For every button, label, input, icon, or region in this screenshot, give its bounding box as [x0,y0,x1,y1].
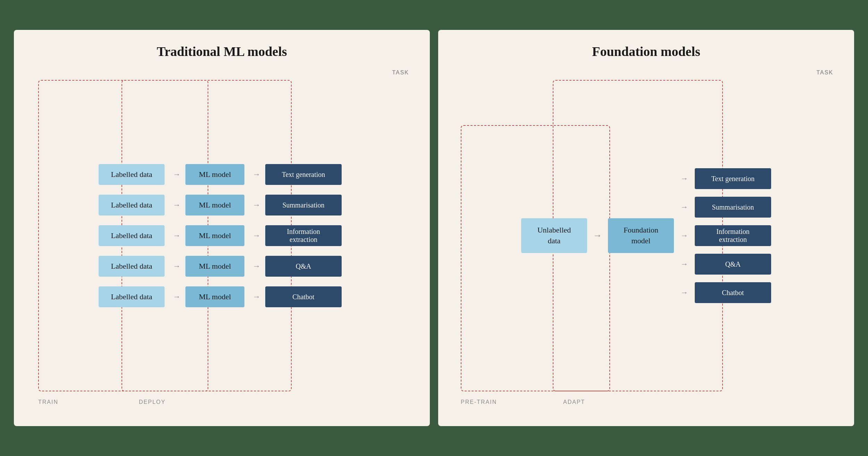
rtask-box-3: Information extraction [695,225,771,246]
arrow-data-model: → [593,230,602,241]
task-box-3: Information extraction [265,225,342,246]
arrow-5: → [168,286,185,307]
deploy-label: DEPLOY [139,399,166,405]
right-diagram-content: TASK Unlabelled data → Foundation mo [456,80,837,409]
adapt-label: ADAPT [563,399,585,405]
task-box-2: Summarisation [265,195,342,215]
arrows-model-task: → → → → → [248,164,265,307]
unlabelled-data-box: Unlabelled data [521,218,587,253]
arrow-3: → [168,225,185,246]
model-column: ML model ML model ML model ML model ML m… [185,164,248,307]
task-column-left: Text generation Summarisation Informatio… [265,164,345,307]
task-box-1: Text generation [265,164,342,185]
model-box-5: ML model [185,286,244,307]
foundation-model-box: Foundation model [608,218,674,253]
rtask-box-5: Chatbot [695,282,771,303]
data-column: Labelled data Labelled data Labelled dat… [99,164,168,307]
arrow-task-r1: → [681,174,688,183]
rtask-box-2: Summarisation [695,197,771,218]
task-box-5: Chatbot [265,286,342,307]
task-label-right-top: TASK [816,70,833,75]
arrow-2: → [168,195,185,215]
arrow-m3: → [248,225,265,246]
data-box-3: Labelled data [99,225,165,246]
rtask-box-1: Text generation [695,168,771,189]
arrow-m1: → [248,164,265,185]
train-label: TRAIN [38,399,58,405]
data-box-2: Labelled data [99,195,165,215]
arrow-4: → [168,256,185,277]
task-box-4: Q&A [265,256,342,277]
model-box-1: ML model [185,164,244,185]
task-label-left-top: TASK [392,70,409,75]
data-box-1: Labelled data [99,164,165,185]
model-box-2: ML model [185,195,244,215]
left-panel: Traditional ML models TASK Labelled data… [14,30,430,426]
arrow-task-r3: → [681,231,688,240]
left-diagram-content: TASK Labelled data Labelled data Labelle… [31,80,412,409]
task-column-right: Text generation Summarisation Informatio… [695,168,771,303]
arrow-1: → [168,164,185,185]
arrow-task-r5: → [681,288,688,297]
pretrain-label: PRE-TRAIN [461,399,497,405]
left-panel-title: Traditional ML models [157,44,287,59]
outer-wrapper: Traditional ML models TASK Labelled data… [0,0,868,456]
arrow-task-r2: → [681,203,688,212]
model-box-4: ML model [185,256,244,277]
arrows-data-model: → → → → → [168,164,185,307]
right-panel: Foundation models TASK Unlabelled data [438,30,854,426]
arrow-m5: → [248,286,265,307]
arrow-task-r4: → [681,260,688,269]
model-box-3: ML model [185,225,244,246]
right-panel-title: Foundation models [592,44,700,59]
data-box-4: Labelled data [99,256,165,277]
rtask-box-4: Q&A [695,254,771,275]
arrow-m2: → [248,195,265,215]
arrow-m4: → [248,256,265,277]
data-box-5: Labelled data [99,286,165,307]
